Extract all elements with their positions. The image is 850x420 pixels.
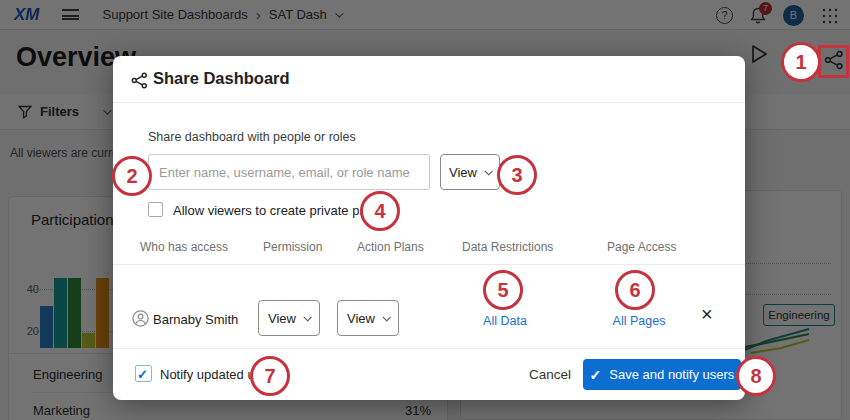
dropdown-value: View xyxy=(449,165,477,180)
annotation-circle-3: 3 xyxy=(497,155,537,195)
checkmark-icon: ✓ xyxy=(137,367,148,382)
annotation-circle-4: 4 xyxy=(360,191,400,231)
user-name: Barnaby Smith xyxy=(153,312,238,327)
annotation-circle-8: 8 xyxy=(736,356,776,396)
chevron-down-icon xyxy=(382,313,390,321)
page-access-link[interactable]: All Pages xyxy=(599,314,679,328)
chevron-down-icon xyxy=(484,167,492,175)
col-header-permission: Permission xyxy=(263,240,322,254)
modal-title: Share Dashboard xyxy=(153,69,290,88)
row-permission-dropdown[interactable]: View xyxy=(258,300,320,336)
annotation-circle-5: 5 xyxy=(483,270,523,310)
remove-user-icon[interactable]: × xyxy=(701,304,713,324)
private-pages-label: Allow viewers to create private pages xyxy=(173,203,388,218)
divider xyxy=(113,264,745,265)
share-icon xyxy=(131,72,148,89)
annotation-circle-1: 1 xyxy=(781,42,821,82)
dropdown-value: View xyxy=(347,311,375,326)
user-avatar-icon xyxy=(132,310,149,327)
share-dashboard-modal: Share Dashboard Share dashboard with peo… xyxy=(113,56,745,400)
screenshot-stage: XM Support Site Dashboards › SAT Dash ? … xyxy=(0,0,850,420)
annotation-highlight-rect xyxy=(818,45,849,78)
annotation-circle-2: 2 xyxy=(112,156,152,196)
divider xyxy=(113,348,745,349)
annotation-circle-7: 7 xyxy=(250,356,290,396)
permission-dropdown[interactable]: View xyxy=(440,154,500,190)
col-header-page-access: Page Access xyxy=(607,240,676,254)
row-action-plans-dropdown[interactable]: View xyxy=(337,300,399,336)
col-header-data-restrictions: Data Restrictions xyxy=(462,240,553,254)
save-and-notify-button[interactable]: ✓ Save and notify users xyxy=(583,359,741,390)
check-icon: ✓ xyxy=(590,367,602,383)
annotation-circle-6: 6 xyxy=(615,270,655,310)
notify-users-checkbox[interactable]: ✓ xyxy=(135,365,152,382)
share-search-input[interactable] xyxy=(148,154,430,190)
dropdown-value: View xyxy=(268,311,296,326)
share-with-label: Share dashboard with people or roles xyxy=(148,130,356,144)
divider xyxy=(113,102,745,103)
private-pages-checkbox[interactable] xyxy=(148,202,163,217)
col-header-action-plans: Action Plans xyxy=(357,240,424,254)
data-restrictions-link[interactable]: All Data xyxy=(465,314,545,328)
cancel-button[interactable]: Cancel xyxy=(525,367,575,382)
save-button-label: Save and notify users xyxy=(609,367,734,382)
chevron-down-icon xyxy=(303,313,311,321)
col-header-who: Who has access xyxy=(140,240,228,254)
